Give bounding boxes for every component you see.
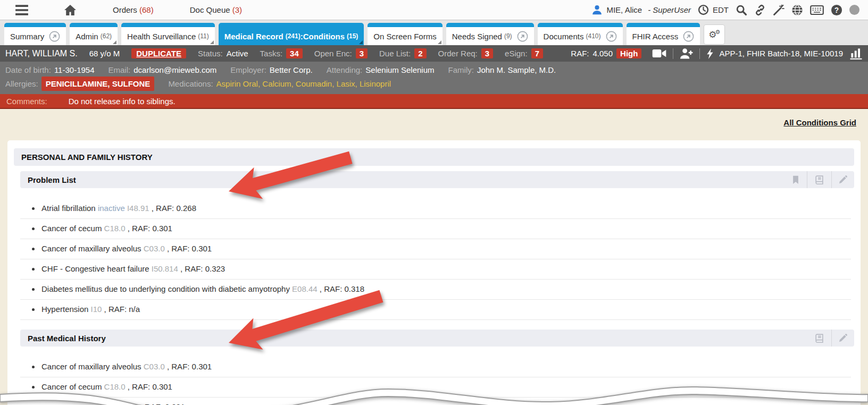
top-nav-orders[interactable]: Orders (68) xyxy=(113,5,154,14)
tab-documents[interactable]: Documents(410) xyxy=(538,23,623,45)
condition-name[interactable]: Cancer of maxillary alveolus xyxy=(41,244,144,253)
tab-medical-record[interactable]: Medical Record(241):Conditions(15) xyxy=(219,23,364,45)
condition-name[interactable]: Cancer of cecum xyxy=(41,382,104,391)
medication-link[interactable]: Coumadin xyxy=(296,79,332,88)
wand-icon[interactable] xyxy=(773,4,784,16)
medications-label: Medications: xyxy=(168,77,213,90)
raf-level-badge[interactable]: High xyxy=(616,48,641,58)
problem-list: Atrial fibrillation inactive I48.91 , RA… xyxy=(20,199,851,320)
status-value: Active xyxy=(227,49,248,58)
problem-list-tools xyxy=(784,171,854,188)
open-enc-badge[interactable]: 3 xyxy=(356,48,368,58)
edit-pencil-icon[interactable] xyxy=(831,330,854,347)
tab-settings-button[interactable]: ⚙⚙ xyxy=(704,24,725,45)
keyboard-icon[interactable] xyxy=(810,5,824,15)
medication-separator: , xyxy=(291,79,295,88)
tab-on-screen-forms[interactable]: On Screen Forms xyxy=(368,23,442,45)
tab-admin[interactable]: Admin(62) xyxy=(70,23,118,45)
order-req-badge[interactable]: 3 xyxy=(481,48,493,58)
tab-label: Admin xyxy=(76,32,98,41)
tab-label: FHIR Access xyxy=(632,32,679,41)
raf-group: RAF: 4.050 High APP-1, FHIR Batch-18, MI… xyxy=(571,48,863,60)
tab-count: (11) xyxy=(196,32,208,40)
duplicate-flag-badge[interactable]: DUPLICATE xyxy=(131,48,186,58)
dob-value: 11-30-1954 xyxy=(54,63,95,77)
tab-fhir-access[interactable]: FHIR Access xyxy=(627,23,700,45)
hamburger-menu-icon[interactable] xyxy=(15,4,29,16)
popout-icon[interactable] xyxy=(49,31,60,42)
medication-link[interactable]: Lisinopril xyxy=(360,79,391,88)
condition-name[interactable]: CHF - Congestive heart failure xyxy=(41,264,152,273)
condition-raf: , RAF: 0.301 xyxy=(167,244,212,253)
video-camera-icon[interactable] xyxy=(652,48,666,58)
condition-raf: , RAF: 0.301 xyxy=(128,224,172,233)
condition-name[interactable]: Hypertension xyxy=(41,305,91,314)
link-icon[interactable] xyxy=(754,4,766,16)
condition-code: C18.0 xyxy=(104,224,128,233)
tab-label: On Screen Forms xyxy=(373,32,436,41)
condition-raf: , RAF: 0.221 xyxy=(140,402,185,405)
user-menu[interactable]: MIE, Alice - SuperUser xyxy=(591,4,691,15)
esign-badge[interactable]: 7 xyxy=(531,48,543,58)
status-label: Status: xyxy=(198,49,223,58)
due-list-label: Due List: xyxy=(379,49,411,58)
clock-icon[interactable] xyxy=(698,4,709,15)
tab-health-surveillance[interactable]: Health Surveillance(11) xyxy=(121,23,215,45)
medication-link[interactable]: Aspirin Oral xyxy=(216,79,258,88)
condition-item: Hypertension I10 , RAF: n/a xyxy=(20,300,851,320)
allergies-badge[interactable]: PENICILLAMINE, SULFONE xyxy=(41,77,155,91)
tasks-count-badge[interactable]: 34 xyxy=(286,48,303,58)
add-person-icon[interactable] xyxy=(680,48,693,59)
popout-icon[interactable] xyxy=(517,31,528,42)
presence-indicator[interactable] xyxy=(849,5,859,15)
condition-item: Cancer of cecum C18.0 , RAF: 0.301 xyxy=(20,377,851,398)
tab-label: :Conditions xyxy=(301,32,345,41)
condition-code: I50.814 xyxy=(152,264,180,273)
attending-label: Attending: xyxy=(327,63,363,77)
condition-name[interactable]: Cancer of maxillary alveolus xyxy=(41,362,144,371)
dob-label: Date of birth: xyxy=(5,63,51,77)
lightning-bolt-icon[interactable] xyxy=(706,48,714,60)
bar-chart-icon[interactable] xyxy=(849,48,863,60)
bookmark-icon[interactable] xyxy=(784,171,807,188)
condition-name[interactable]: Atrial fibrillation xyxy=(41,204,98,213)
tasks-label: Tasks: xyxy=(260,49,283,58)
tab-count: (62) xyxy=(98,32,112,40)
popout-icon[interactable] xyxy=(606,31,617,42)
tab-label: Summary xyxy=(10,32,44,41)
top-nav-doc-queue[interactable]: Doc Queue (3) xyxy=(190,5,242,14)
top-nav: Orders (68)Doc Queue (3) xyxy=(77,5,242,14)
top-bar: Orders (68)Doc Queue (3) MIE, Alice - Su… xyxy=(0,0,868,20)
tab-label: Documents xyxy=(544,32,584,41)
all-conditions-grid-link[interactable]: All Conditions Grid xyxy=(783,118,856,127)
family-value: John M. Sample, M.D. xyxy=(477,63,556,77)
section-header-personal-family-history: PERSONAL AND FAMILY HISTORY xyxy=(14,148,854,166)
problem-list-header: Problem List xyxy=(20,171,854,188)
edit-pencil-icon[interactable] xyxy=(831,171,854,188)
help-icon[interactable]: ? xyxy=(831,4,842,16)
raf-label: RAF: xyxy=(571,49,589,58)
search-icon[interactable] xyxy=(736,4,747,16)
journal-icon[interactable] xyxy=(807,171,831,188)
journal-icon[interactable] xyxy=(807,330,831,347)
popout-icon[interactable] xyxy=(683,31,694,42)
due-list-badge[interactable]: 2 xyxy=(414,48,426,58)
condition-item: Cancer of maxillary alveolus C03.0 , RAF… xyxy=(20,239,851,259)
medication-link[interactable]: Lasix xyxy=(337,79,355,88)
condition-name[interactable]: Cancer of cecum xyxy=(41,224,104,233)
app-info-text: APP-1, FHIR Batch-18, MIE-10019 xyxy=(719,49,843,58)
condition-raf: , RAF: 0.318 xyxy=(320,284,364,293)
tab-summary[interactable]: Summary xyxy=(4,23,66,45)
past-medical-history-title: Past Medical History xyxy=(28,334,106,343)
medication-link[interactable]: Calcium xyxy=(262,79,291,88)
home-icon[interactable] xyxy=(64,4,77,16)
condition-name[interactable]: Diabetes mellitus due to underlying cond… xyxy=(41,284,292,293)
tab-label: Health Surveillance xyxy=(127,32,196,41)
globe-icon[interactable] xyxy=(791,4,803,16)
conditions-content: All Conditions Grid PERSONAL AND FAMILY … xyxy=(0,109,868,405)
condition-code: I10 xyxy=(91,305,104,314)
tab-label: Needs Signed xyxy=(452,32,502,41)
user-role: - SuperUser xyxy=(648,5,691,14)
top-bar-right: MIE, Alice - SuperUser EDT xyxy=(591,4,868,16)
tab-needs-signed[interactable]: Needs Signed(9) xyxy=(446,23,534,45)
